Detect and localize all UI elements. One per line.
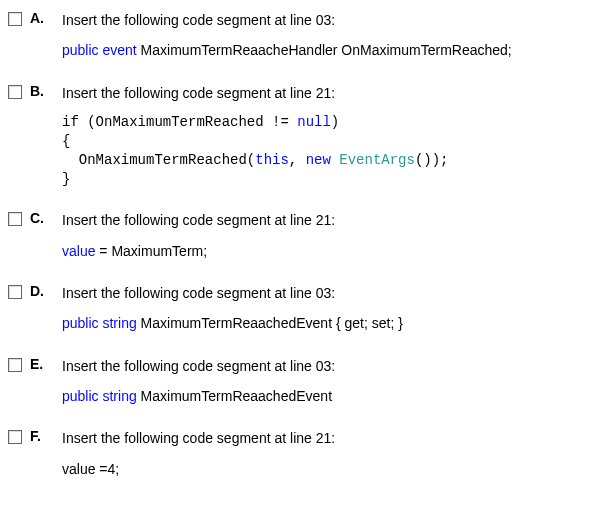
code-token: { bbox=[62, 133, 70, 149]
option-letter: D. bbox=[30, 283, 52, 299]
option-row: D.Insert the following code segment at l… bbox=[8, 283, 586, 334]
options-list: A.Insert the following code segment at l… bbox=[0, 0, 594, 509]
code-token: ) bbox=[331, 114, 339, 130]
option-code: if (OnMaximumTermReached != null){ OnMax… bbox=[62, 113, 586, 189]
code-token: EventArgs bbox=[339, 152, 415, 168]
code-token: = MaximumTerm; bbox=[95, 243, 207, 259]
option-row: C.Insert the following code segment at l… bbox=[8, 210, 586, 261]
option-code: value = MaximumTerm; bbox=[62, 241, 586, 261]
code-token: MaximumTermReaacheHandler OnMaximumTermR… bbox=[137, 42, 512, 58]
code-token: event bbox=[102, 42, 136, 58]
code-token: this bbox=[255, 152, 289, 168]
option-checkbox[interactable] bbox=[8, 212, 22, 226]
code-token: null bbox=[297, 114, 331, 130]
option-content: Insert the following code segment at lin… bbox=[62, 83, 586, 189]
code-line: OnMaximumTermReached(this, new EventArgs… bbox=[62, 151, 586, 170]
option-letter: C. bbox=[30, 210, 52, 226]
option-content: Insert the following code segment at lin… bbox=[62, 210, 586, 261]
code-line: public string MaximumTermReaachedEvent bbox=[62, 386, 586, 406]
code-token: value bbox=[62, 243, 95, 259]
option-checkbox[interactable] bbox=[8, 12, 22, 26]
code-line: value =4; bbox=[62, 459, 586, 479]
option-checkbox[interactable] bbox=[8, 430, 22, 444]
option-row: E.Insert the following code segment at l… bbox=[8, 356, 586, 407]
option-content: Insert the following code segment at lin… bbox=[62, 428, 586, 479]
option-letter: E. bbox=[30, 356, 52, 372]
option-checkbox[interactable] bbox=[8, 285, 22, 299]
option-code: value =4; bbox=[62, 459, 586, 479]
code-token: new bbox=[306, 152, 331, 168]
option-statement: Insert the following code segment at lin… bbox=[62, 428, 586, 448]
option-checkbox[interactable] bbox=[8, 85, 22, 99]
code-token: public bbox=[62, 42, 99, 58]
option-content: Insert the following code segment at lin… bbox=[62, 356, 586, 407]
code-token: } bbox=[62, 171, 70, 187]
code-token: if (OnMaximumTermReached != bbox=[62, 114, 297, 130]
code-line: } bbox=[62, 170, 586, 189]
code-token: , bbox=[289, 152, 306, 168]
option-statement: Insert the following code segment at lin… bbox=[62, 356, 586, 376]
option-row: A.Insert the following code segment at l… bbox=[8, 10, 586, 61]
code-token: string bbox=[102, 388, 136, 404]
option-statement: Insert the following code segment at lin… bbox=[62, 210, 586, 230]
code-token: ()); bbox=[415, 152, 449, 168]
code-token: OnMaximumTermReached( bbox=[62, 152, 255, 168]
code-line: value = MaximumTerm; bbox=[62, 241, 586, 261]
option-code: public string MaximumTermReaachedEvent bbox=[62, 386, 586, 406]
option-letter: F. bbox=[30, 428, 52, 444]
option-letter: B. bbox=[30, 83, 52, 99]
code-line: public event MaximumTermReaacheHandler O… bbox=[62, 40, 586, 60]
option-content: Insert the following code segment at lin… bbox=[62, 10, 586, 61]
option-checkbox[interactable] bbox=[8, 358, 22, 372]
code-token: string bbox=[102, 315, 136, 331]
option-content: Insert the following code segment at lin… bbox=[62, 283, 586, 334]
option-statement: Insert the following code segment at lin… bbox=[62, 10, 586, 30]
code-token: value =4; bbox=[62, 461, 119, 477]
code-token: MaximumTermReaachedEvent bbox=[137, 388, 332, 404]
option-letter: A. bbox=[30, 10, 52, 26]
code-token: public bbox=[62, 388, 99, 404]
code-token: public bbox=[62, 315, 99, 331]
code-line: public string MaximumTermReaachedEvent {… bbox=[62, 313, 586, 333]
option-statement: Insert the following code segment at lin… bbox=[62, 283, 586, 303]
option-row: F.Insert the following code segment at l… bbox=[8, 428, 586, 479]
option-code: public event MaximumTermReaacheHandler O… bbox=[62, 40, 586, 60]
code-line: if (OnMaximumTermReached != null) bbox=[62, 113, 586, 132]
option-code: public string MaximumTermReaachedEvent {… bbox=[62, 313, 586, 333]
option-row: B.Insert the following code segment at l… bbox=[8, 83, 586, 189]
option-statement: Insert the following code segment at lin… bbox=[62, 83, 586, 103]
code-line: { bbox=[62, 132, 586, 151]
code-token: MaximumTermReaachedEvent { get; set; } bbox=[137, 315, 403, 331]
